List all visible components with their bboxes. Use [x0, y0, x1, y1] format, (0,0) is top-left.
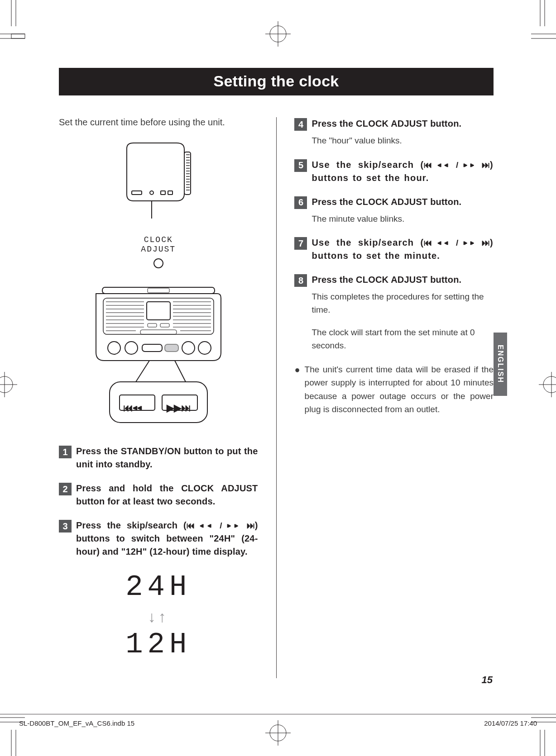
step-title-a: Press the skip/search (	[76, 520, 187, 530]
svg-line-81	[136, 361, 149, 382]
clock-label-2: ADJUST	[59, 245, 258, 254]
svg-rect-51	[148, 288, 169, 293]
step-number: 3	[59, 520, 72, 533]
step-title-a: Use the skip/search (	[312, 160, 424, 170]
step-1: 1 Press the STANDBY/ON button to put the…	[59, 445, 258, 471]
note-text: The unit's current time data will be era…	[305, 363, 494, 416]
svg-rect-47	[168, 191, 173, 195]
step-title: Press the STANDBY/ON button to put the u…	[76, 445, 258, 471]
svg-rect-4	[11, 34, 25, 38]
footer-rule	[0, 714, 556, 714]
svg-rect-56	[140, 330, 177, 334]
language-tab: ENGLISH	[494, 333, 507, 396]
svg-rect-46	[161, 191, 165, 195]
step-title: Use the skip/search (⏮ ◀◀ / ▶▶ ⏭) button…	[312, 158, 494, 185]
page-content: Setting the clock Set the current time b…	[59, 68, 494, 678]
step-body: The minute value blinks.	[312, 213, 494, 226]
svg-rect-53	[147, 302, 170, 320]
footer-filename: SL-D800BT_OM_EF_vA_CS6.indb 15	[19, 719, 134, 727]
step-number: 2	[59, 483, 72, 495]
svg-point-44	[150, 191, 153, 195]
step-4: 4 Press the CLOCK ADJUST button. The "ho…	[294, 117, 494, 147]
step-body: The "hour" value blinks.	[312, 134, 494, 147]
device-rear-figure: CLOCK ADJUST	[59, 139, 258, 271]
step-title: Use the skip/search (⏮ ◀◀ / ▶▶ ⏭) button…	[312, 236, 494, 262]
step-body-2: The clock will start from the set minute…	[312, 326, 494, 352]
step-number: 1	[59, 446, 72, 458]
time-format-display: 24H ↓↑ 12H	[59, 571, 258, 661]
step-3: 3 Press the skip/search (⏮ ◀◀ / ▶▶ ⏭) bu…	[59, 519, 258, 558]
up-down-arrows-icon: ↓↑	[59, 608, 258, 626]
svg-rect-78	[165, 344, 178, 352]
step-title: Press the CLOCK ADJUST button.	[312, 273, 461, 286]
remote-next-icon: ▶▶⏭	[167, 402, 191, 414]
skip-search-icons: ⏮ ◀◀ / ▶▶ ⏭	[424, 238, 490, 247]
svg-rect-29	[184, 152, 191, 195]
step-title-a: Use the skip/search (	[312, 238, 424, 247]
step-number: 5	[294, 159, 307, 172]
step-2: 2 Press and hold the CLOCK ADJUST button…	[59, 482, 258, 508]
note-bullet: ● The unit's current time data will be e…	[294, 363, 494, 416]
svg-point-49	[154, 259, 163, 268]
svg-point-76	[125, 342, 138, 354]
column-divider	[276, 117, 277, 678]
seg-24h: 24H	[59, 571, 258, 604]
step-7: 7 Use the skip/search (⏮ ◀◀ / ▶▶ ⏭) butt…	[294, 236, 494, 262]
remote-prev-icon: ⏮◀◀	[123, 402, 142, 414]
bullet-icon: ●	[294, 363, 300, 416]
svg-point-75	[108, 342, 120, 354]
left-column: Set the current time before using the un…	[59, 117, 258, 678]
svg-rect-77	[142, 344, 162, 352]
step-8: 8 Press the CLOCK ADJUST button. This co…	[294, 273, 494, 352]
page-title: Setting the clock	[59, 68, 494, 95]
footer-timestamp: 2014/07/25 17:40	[484, 719, 537, 727]
skip-search-icons: ⏮ ◀◀ / ▶▶ ⏭	[424, 160, 490, 170]
svg-point-79	[182, 342, 195, 354]
step-6: 6 Press the CLOCK ADJUST button. The min…	[294, 195, 494, 226]
step-title: Press the CLOCK ADJUST button.	[312, 117, 461, 130]
device-front-figure: ⏮◀◀ ▶▶⏭	[59, 285, 258, 431]
svg-rect-54	[148, 323, 157, 327]
step-body: This completes the procedures for settin…	[312, 290, 494, 316]
svg-line-82	[175, 361, 186, 382]
page-number: 15	[482, 674, 493, 686]
clock-label-1: CLOCK	[59, 235, 258, 245]
two-column-layout: Set the current time before using the un…	[59, 117, 494, 678]
step-number: 8	[294, 274, 307, 287]
right-column: 4 Press the CLOCK ADJUST button. The "ho…	[294, 117, 494, 678]
seg-12h: 12H	[59, 628, 258, 661]
svg-point-80	[198, 342, 211, 354]
step-title: Press and hold the CLOCK ADJUST button f…	[76, 482, 258, 508]
intro-text: Set the current time before using the un…	[59, 117, 258, 128]
step-title: Press the CLOCK ADJUST button.	[312, 195, 461, 209]
svg-rect-55	[160, 323, 169, 327]
step-number: 6	[294, 196, 307, 209]
step-5: 5 Use the skip/search (⏮ ◀◀ / ▶▶ ⏭) butt…	[294, 158, 494, 185]
skip-search-icons: ⏮ ◀◀ / ▶▶ ⏭	[187, 521, 255, 530]
step-number: 7	[294, 237, 307, 250]
svg-rect-45	[132, 191, 142, 195]
step-title: Press the skip/search (⏮ ◀◀ / ▶▶ ⏭) butt…	[76, 519, 258, 558]
step-number: 4	[294, 118, 307, 131]
